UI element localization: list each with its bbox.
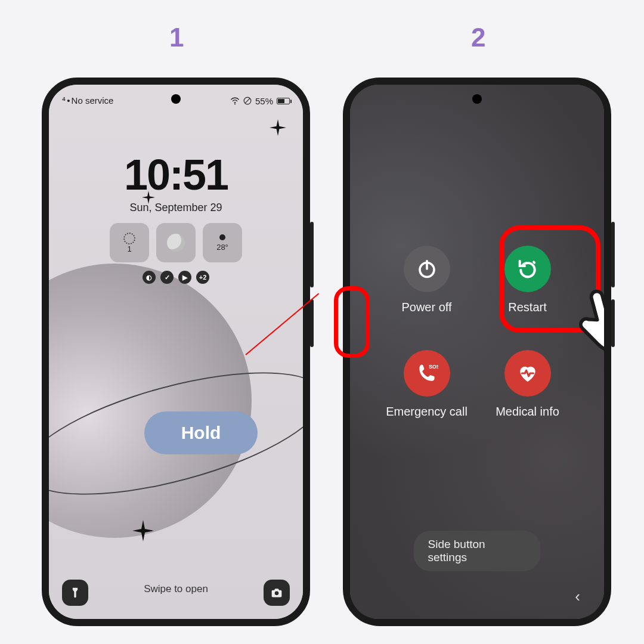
medical-info-label: Medical info [496, 405, 559, 419]
svg-point-3 [275, 592, 279, 596]
power-off-button[interactable] [404, 246, 450, 292]
notif-more-badge: +2 [196, 271, 209, 284]
step-number-1: 1 [169, 23, 184, 52]
side-button-settings-link[interactable]: Side button settings [414, 531, 541, 571]
notif-icon: ◐ [143, 271, 156, 284]
temperature-value: 28° [216, 243, 228, 252]
moon-icon [167, 234, 185, 252]
back-button[interactable]: ‹ [575, 587, 580, 606]
power-off-label: Power off [401, 301, 451, 314]
heart-pulse-icon [516, 362, 539, 385]
camera-icon [270, 587, 283, 599]
svg-point-0 [234, 103, 236, 104]
front-camera [171, 94, 181, 104]
annotation-power-button-highlight [334, 286, 370, 358]
power-icon [416, 258, 438, 280]
medical-info-button[interactable] [504, 350, 551, 397]
lockscreen: ⁴ • No service 55% 10:51 Sun, September … [49, 85, 303, 619]
battery-icon [277, 98, 290, 104]
power-button[interactable] [310, 299, 314, 347]
moon-widget[interactable] [156, 223, 196, 262]
medical-info-option[interactable]: Medical info [477, 350, 578, 419]
power-menu-screen: Power off Restart SOS [350, 85, 604, 619]
sparkle-icon [270, 119, 286, 136]
emergency-call-button[interactable]: SOS [404, 350, 450, 397]
flashlight-icon [69, 586, 81, 599]
sun-icon [123, 233, 135, 244]
svg-text:SOS: SOS [429, 364, 438, 370]
phone-sos-icon: SOS [416, 362, 438, 385]
temp-widget[interactable]: 28° [203, 223, 242, 262]
volume-buttons [310, 222, 314, 287]
battery-percent: 55% [255, 96, 273, 106]
power-off-option[interactable]: Power off [376, 246, 477, 314]
phone-mockup-step1: ⁴ • No service 55% 10:51 Sun, September … [42, 78, 310, 626]
sparkle-icon [132, 520, 154, 541]
front-camera [472, 94, 482, 104]
uv-widget[interactable]: 1 [110, 223, 149, 262]
annotation-hold-label: Hold [144, 411, 258, 454]
wifi-icon [230, 97, 240, 105]
emergency-call-label: Emergency call [386, 405, 467, 419]
carrier-status: ⁴ • No service [62, 95, 113, 106]
uv-value: 1 [127, 244, 131, 253]
notification-icons[interactable]: ◐ ✓ ▶ +2 [49, 271, 303, 284]
svg-line-2 [245, 98, 250, 103]
lockscreen-widgets: 1 28° [49, 223, 303, 262]
lockscreen-date: Sun, September 29 [49, 202, 303, 214]
power-button[interactable] [611, 299, 615, 347]
phone-mockup-step2: Power off Restart SOS [343, 78, 611, 626]
notif-icon: ▶ [178, 271, 191, 284]
notif-icon: ✓ [160, 271, 174, 284]
pointer-hand-icon [571, 275, 604, 359]
volume-buttons [611, 222, 615, 287]
lockscreen-clock: 10:51 [49, 150, 303, 199]
no-sim-icon [243, 97, 252, 105]
camera-shortcut[interactable] [264, 580, 290, 606]
dot-icon [219, 234, 225, 240]
flashlight-shortcut[interactable] [62, 580, 88, 606]
step-number-2: 2 [471, 23, 485, 52]
emergency-call-option[interactable]: SOS Emergency call [376, 350, 477, 419]
